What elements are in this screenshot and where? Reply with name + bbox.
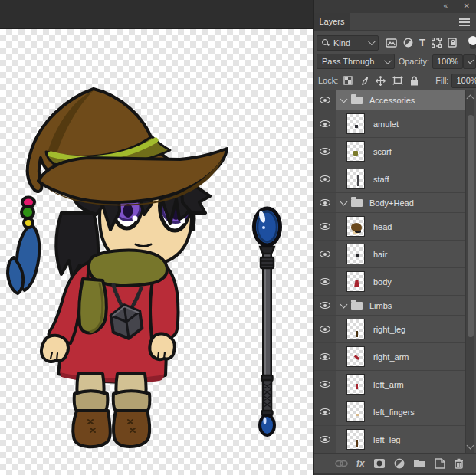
layer-thumbnail[interactable] bbox=[346, 374, 365, 395]
panel-header: « ✕ bbox=[314, 0, 476, 13]
layer-row-left-fingers[interactable]: left_fingers bbox=[314, 398, 466, 426]
layer-thumbnail[interactable] bbox=[346, 113, 365, 134]
new-layer-icon[interactable] bbox=[435, 458, 445, 469]
chevron-down-icon[interactable] bbox=[340, 198, 348, 206]
layer-row-right-leg[interactable]: right_leg bbox=[314, 316, 466, 343]
layer-row-left-leg[interactable]: left_leg bbox=[314, 426, 466, 454]
opacity-dropdown-button[interactable] bbox=[463, 54, 476, 69]
link-layers-icon[interactable] bbox=[335, 460, 348, 467]
scroll-up-icon[interactable] bbox=[467, 95, 474, 103]
document-topbar bbox=[0, 0, 313, 29]
pixel-layers-icon[interactable] bbox=[386, 38, 397, 48]
layer-row-scarf[interactable]: scarf bbox=[314, 138, 466, 165]
opacity-value[interactable]: 100% bbox=[432, 54, 463, 69]
layer-row-head[interactable]: head bbox=[314, 213, 466, 241]
panel-bottom-bar: fx bbox=[314, 453, 476, 473]
layer-thumbnail[interactable] bbox=[346, 216, 365, 237]
visibility-toggle[interactable] bbox=[314, 371, 336, 398]
layer-row-group-limbs[interactable]: Limbs bbox=[314, 296, 466, 316]
panel-body: Kind T bbox=[314, 31, 476, 475]
eye-icon bbox=[320, 436, 330, 443]
layer-row-right-arm[interactable]: right_arm bbox=[314, 343, 466, 371]
canvas-area[interactable] bbox=[0, 0, 313, 475]
folder-icon bbox=[351, 302, 363, 310]
filter-toggle[interactable] bbox=[468, 35, 476, 51]
visibility-toggle[interactable] bbox=[314, 165, 336, 192]
chevron-down-icon bbox=[368, 38, 376, 45]
adjustment-layers-icon[interactable] bbox=[403, 38, 413, 48]
layer-thumbnail[interactable] bbox=[346, 346, 365, 367]
layer-row-group-body-head[interactable]: Body+Head bbox=[314, 193, 466, 213]
opacity-value-text: 100% bbox=[437, 57, 458, 66]
chevron-down-icon[interactable] bbox=[340, 301, 348, 309]
thumbnail-mark bbox=[356, 414, 359, 416]
visibility-toggle[interactable] bbox=[314, 268, 336, 295]
thumbnail-mark bbox=[356, 384, 358, 389]
blend-mode-dropdown[interactable]: Pass Through bbox=[317, 54, 395, 69]
lock-move-icon[interactable] bbox=[376, 76, 386, 86]
layer-name: staff bbox=[373, 175, 389, 184]
visibility-toggle[interactable] bbox=[314, 343, 336, 370]
chevron-down-icon bbox=[384, 57, 392, 64]
layer-thumbnail[interactable] bbox=[346, 401, 365, 422]
blend-mode-value: Pass Through bbox=[322, 57, 374, 66]
visibility-toggle[interactable] bbox=[314, 193, 336, 212]
thumbnail-mark bbox=[353, 151, 358, 156]
visibility-toggle[interactable] bbox=[314, 138, 336, 165]
eye-icon bbox=[320, 326, 330, 332]
tab-layers[interactable]: Layers bbox=[314, 13, 350, 31]
visibility-toggle[interactable] bbox=[314, 90, 336, 110]
layers-panel: « ✕ Layers Kind T bbox=[313, 0, 476, 475]
layer-row-amulet[interactable]: amulet bbox=[314, 110, 466, 138]
layer-name: Accessories bbox=[369, 96, 415, 105]
scrollbar-thumb[interactable] bbox=[468, 115, 474, 337]
type-layers-icon[interactable]: T bbox=[419, 37, 425, 48]
visibility-toggle[interactable] bbox=[314, 241, 336, 267]
layer-thumbnail[interactable] bbox=[346, 141, 365, 162]
lock-all-icon[interactable] bbox=[410, 76, 419, 86]
photoshop-workspace: « ✕ Layers Kind T bbox=[0, 0, 476, 475]
layer-thumbnail[interactable] bbox=[346, 271, 365, 292]
visibility-toggle[interactable] bbox=[314, 316, 336, 342]
layer-row-hair[interactable]: hair bbox=[314, 241, 466, 268]
layer-list: Accessories amulet scarf staff Body+Head bbox=[314, 90, 466, 454]
layer-style-icon[interactable]: fx bbox=[356, 458, 365, 469]
filter-kind-dropdown[interactable]: Kind bbox=[317, 35, 379, 51]
layer-thumbnail[interactable] bbox=[346, 319, 365, 339]
scroll-down-icon[interactable] bbox=[467, 442, 474, 450]
shape-layers-icon[interactable] bbox=[432, 38, 442, 48]
layer-row-group-accessories[interactable]: Accessories bbox=[314, 90, 466, 110]
visibility-toggle[interactable] bbox=[314, 426, 336, 453]
eye-icon bbox=[320, 353, 330, 360]
collapse-panel-icon[interactable]: « bbox=[443, 2, 447, 11]
panel-menu-icon[interactable] bbox=[459, 18, 470, 26]
adjustment-layer-icon[interactable] bbox=[394, 458, 405, 469]
smart-objects-icon[interactable] bbox=[448, 38, 457, 48]
layer-name: right_leg bbox=[373, 325, 405, 334]
visibility-toggle[interactable] bbox=[314, 398, 336, 425]
folder-icon bbox=[351, 97, 363, 104]
layer-list-scrollbar[interactable] bbox=[465, 90, 474, 454]
layer-row-staff[interactable]: staff bbox=[314, 165, 466, 193]
lock-transparent-icon[interactable] bbox=[343, 76, 353, 85]
visibility-toggle[interactable] bbox=[314, 296, 336, 315]
visibility-toggle[interactable] bbox=[314, 110, 336, 137]
fill-value[interactable]: 100% bbox=[451, 74, 476, 88]
layer-thumbnail[interactable] bbox=[346, 169, 365, 189]
delete-layer-icon[interactable] bbox=[454, 458, 464, 469]
lock-paint-icon[interactable] bbox=[359, 76, 369, 85]
thumbnail-mark bbox=[356, 331, 358, 337]
close-panel-icon[interactable]: ✕ bbox=[464, 2, 470, 11]
layer-row-left-arm[interactable]: left_arm bbox=[314, 371, 466, 398]
layer-name: body bbox=[373, 277, 392, 287]
layer-name: left_leg bbox=[373, 435, 400, 444]
layer-mask-icon[interactable] bbox=[373, 458, 386, 469]
chevron-down-icon[interactable] bbox=[340, 96, 348, 103]
eye-icon bbox=[320, 408, 330, 415]
layer-thumbnail[interactable] bbox=[346, 429, 365, 450]
new-group-icon[interactable] bbox=[413, 458, 426, 468]
visibility-toggle[interactable] bbox=[314, 213, 336, 240]
layer-thumbnail[interactable] bbox=[346, 244, 365, 264]
lock-artboard-icon[interactable] bbox=[392, 76, 403, 85]
layer-row-body[interactable]: body bbox=[314, 268, 466, 296]
